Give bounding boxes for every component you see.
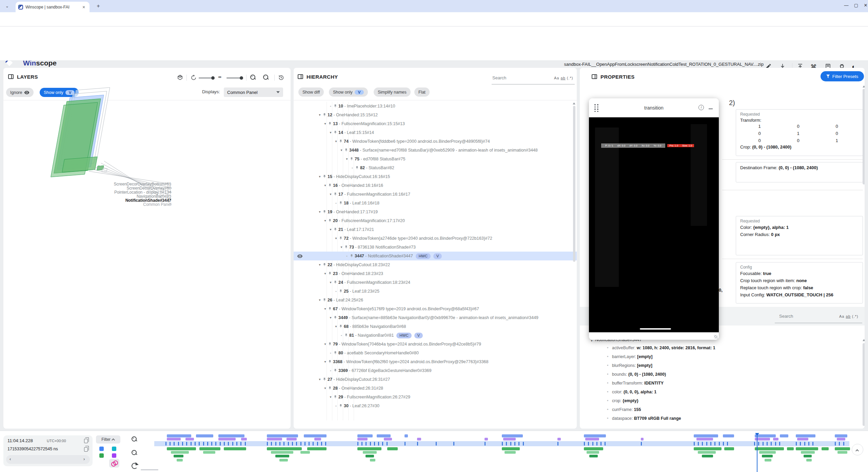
pin-icon[interactable]	[333, 368, 338, 373]
scroll-up-icon[interactable]	[863, 339, 865, 341]
expand-arrow-icon[interactable]: ▾	[317, 262, 322, 268]
timeline-canvas[interactable]	[154, 433, 849, 470]
trace-segment[interactable]	[505, 451, 516, 454]
pin-icon[interactable]	[339, 288, 344, 293]
tree-node[interactable]: ▾13 - FullscreenMagnification:15:15#13	[294, 119, 577, 128]
pin-icon[interactable]	[328, 306, 333, 311]
pin-icon[interactable]	[339, 235, 344, 240]
trace-entry-tick[interactable]	[203, 442, 204, 446]
tree-node[interactable]: ▾28 - OneHanded:26:31#28	[294, 384, 577, 393]
pin-icon[interactable]	[328, 359, 333, 364]
expand-arrow-icon[interactable]: ▾	[317, 209, 322, 215]
simplify-names-button[interactable]: Simplify names	[374, 87, 411, 97]
pin-icon[interactable]	[339, 200, 344, 205]
pin-icon[interactable]	[328, 121, 333, 126]
tab-close-icon[interactable]: ×	[81, 4, 87, 10]
pin-icon[interactable]	[333, 103, 338, 108]
minimize-icon[interactable]	[709, 109, 713, 109]
trace-segment[interactable]	[584, 434, 606, 437]
trace-segment[interactable]	[167, 438, 181, 440]
trace-segment[interactable]	[203, 451, 216, 454]
search-options-icons[interactable]: Aa ab (.*)	[554, 76, 573, 80]
trace-segment[interactable]	[304, 434, 327, 437]
curr-state-property[interactable]: •dataspace: BT709 sRGB Full range	[580, 414, 858, 423]
trace-segment[interactable]	[185, 438, 194, 440]
trace-segment[interactable]	[167, 434, 191, 437]
trace-segment[interactable]	[287, 438, 297, 440]
trace-segment[interactable]	[199, 447, 220, 450]
expand-arrow-icon[interactable]: ▾	[333, 323, 339, 330]
pin-icon[interactable]	[333, 350, 338, 355]
trace-entry-tick[interactable]	[195, 442, 196, 446]
trace-segment[interactable]	[698, 451, 716, 454]
trace-segment[interactable]	[797, 438, 808, 440]
pin-icon[interactable]	[333, 279, 338, 284]
trace-segment[interactable]	[275, 455, 289, 457]
trace-segment[interactable]	[801, 451, 815, 454]
eye-icon[interactable]	[297, 253, 303, 259]
trace-entry-tick[interactable]	[245, 442, 246, 446]
pin-icon[interactable]	[322, 209, 328, 214]
expand-arrow-icon[interactable]: ▾	[333, 138, 339, 144]
overlay-titlebar[interactable]: transition i	[589, 98, 719, 117]
trace-type-icon[interactable]	[99, 447, 104, 451]
trace-segment[interactable]	[702, 455, 713, 457]
curr-state-property[interactable]: •color: (0, 0, 0), alpha: 1	[580, 388, 858, 396]
tree-node[interactable]: ▾19 - OneHanded:17:17#19	[294, 208, 577, 216]
pin-icon[interactable]	[322, 262, 328, 267]
pin-icon[interactable]	[333, 394, 338, 399]
trace-entry-tick[interactable]	[584, 442, 585, 446]
tree-node[interactable]: •30 - Leaf:26:27#30	[294, 401, 577, 410]
trace-segment[interactable]	[837, 438, 845, 440]
pin-icon[interactable]	[344, 147, 349, 152]
pin-icon[interactable]	[333, 315, 338, 320]
curr-state-property[interactable]: •bufferTransform: IDENTITY	[580, 379, 858, 388]
trace-entry-tick[interactable]	[800, 442, 801, 446]
trace-entry-tick[interactable]	[796, 442, 797, 446]
trace-entry-tick[interactable]	[767, 442, 768, 446]
tree-node[interactable]: •18 - Leaf:16:16#18	[294, 199, 577, 208]
trace-entry-tick[interactable]	[588, 442, 589, 446]
trace-entry-tick[interactable]	[271, 442, 272, 446]
trace-segment[interactable]	[366, 455, 374, 457]
search-options-icons[interactable]: Aa ab (.*)	[839, 314, 859, 318]
trace-entry-tick[interactable]	[370, 442, 371, 446]
trace-segment[interactable]	[196, 434, 213, 437]
tree-node[interactable]: ▾79 - WindowToken{7046b4a type=2024 andr…	[294, 340, 577, 349]
expand-arrow-icon[interactable]: ▾	[322, 182, 328, 189]
trace-segment[interactable]	[357, 447, 382, 450]
trace-entry-tick[interactable]	[771, 442, 772, 446]
tree-node[interactable]: ▾22 - HideDisplayCutout:18:23#22	[294, 260, 577, 269]
trace-entry-tick[interactable]	[702, 442, 703, 446]
browser-tab[interactable]: Winscope | sandbox-FAI ×	[16, 2, 90, 12]
trace-segment[interactable]	[837, 451, 847, 454]
tree-node[interactable]: •25 - Leaf:18:23#25	[294, 287, 577, 296]
pin-icon[interactable]	[350, 156, 355, 161]
tree-node[interactable]: •3369 - 67726bf EdgeBackGestureHandler0#…	[294, 366, 577, 375]
layers-3d-view[interactable]: ScreenDecorOverlayBottom#61ScreenDecorOv…	[3, 68, 291, 429]
trace-segment[interactable]	[796, 447, 818, 450]
trace-entry-tick[interactable]	[300, 442, 301, 446]
scroll-left-icon[interactable]: ‹	[9, 456, 11, 461]
trace-segment[interactable]	[641, 438, 644, 440]
trace-entry-tick[interactable]	[514, 442, 515, 446]
expand-arrow-icon[interactable]: ▾	[322, 385, 328, 391]
tree-node[interactable]: ▾26 - Leaf:24:25#26	[294, 296, 577, 304]
expand-arrow-icon[interactable]: ▾	[344, 156, 350, 162]
trace-entry-tick[interactable]	[706, 442, 707, 446]
trace-segment[interactable]	[171, 451, 189, 454]
trace-entry-tick[interactable]	[240, 442, 241, 446]
tree-node[interactable]: ▾12 - OneHanded:15:15#12	[294, 111, 577, 119]
trace-entry-tick[interactable]	[698, 442, 699, 446]
trace-entry-tick[interactable]	[758, 442, 759, 446]
trace-segment[interactable]	[780, 434, 788, 437]
trace-segment[interactable]	[694, 434, 718, 437]
trace-segment[interactable]	[765, 459, 772, 461]
trace-entry-tick[interactable]	[808, 442, 809, 446]
filter-presets-button[interactable]: Filter Presets	[821, 71, 864, 81]
tree-node[interactable]: ▾20 - FullscreenMagnification:17:17#20	[294, 216, 577, 225]
timeline-reset-icon[interactable]	[132, 463, 138, 469]
curr-state-property[interactable]: •activeBuffer: w: 1080, h: 2400, stride:…	[580, 343, 858, 352]
trace-entry-tick[interactable]	[843, 442, 844, 446]
tree-node[interactable]: ▾75 - ed70f88 StatusBar#75	[294, 155, 577, 163]
